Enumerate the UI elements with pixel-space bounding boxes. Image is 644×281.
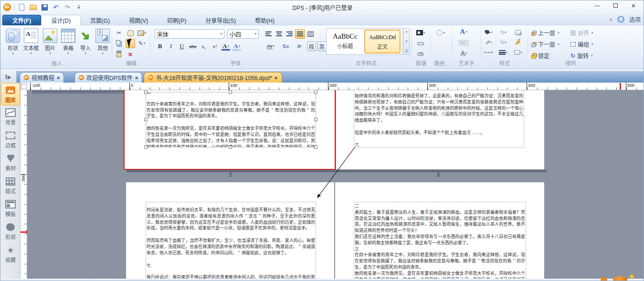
copy-style-button[interactable]: [512, 28, 524, 37]
paragraph-panel-button[interactable]: 段: [307, 42, 316, 51]
restore-button[interactable]: [606, 0, 624, 10]
path-tool-button[interactable]: ▾: [435, 28, 446, 37]
align-objects-button[interactable]: 对齐▾: [570, 28, 593, 37]
close-tab-icon[interactable]: ×: [57, 75, 60, 81]
scroll-up-icon[interactable]: ▲: [405, 30, 408, 33]
minimize-button[interactable]: —: [588, 0, 606, 10]
tab-share-export[interactable]: 分享导出(S): [196, 15, 245, 25]
insert-import-button[interactable]: 导入▾: [76, 27, 95, 59]
resize-handle-s[interactable]: [229, 146, 232, 149]
gallery-scroll[interactable]: ▲ ▼ ▼: [403, 28, 410, 55]
vertical-text-button[interactable]: [306, 29, 316, 39]
insert-picture-button[interactable]: 图片▾: [41, 27, 60, 59]
sidebar-item-favorites[interactable]: ★ 收藏: [1, 243, 20, 266]
italic-button[interactable]: I: [166, 42, 176, 51]
tab-view[interactable]: 视图(V): [119, 15, 158, 25]
pan-hand-button[interactable]: [126, 28, 135, 38]
sidebar-item-background[interactable]: 背景: [1, 106, 20, 128]
textbox-page3[interactable]: 始终微笑的和蔼的刘和珍君确是死掉了，这是真的，有她自己的尸骸为证；沉勇而友爱的杨…: [354, 90, 524, 148]
resize-handle-sw[interactable]: [144, 146, 148, 149]
wordart-style-button[interactable]: A▾: [458, 49, 469, 58]
strikethrough-button[interactable]: abe: [188, 42, 198, 51]
link-frames-button[interactable]: [415, 39, 426, 48]
frame-tool-button[interactable]: ▾: [137, 28, 147, 38]
text-wrap-button[interactable]: ▾: [415, 28, 426, 37]
insert-shape-button[interactable]: 形状▾: [3, 27, 22, 59]
document-canvas[interactable]: 三 在四十余被害的青年之中，刘和珍君是我的学生。学生云者，我向来这样想，这样说，…: [27, 90, 644, 280]
line-spacing-button[interactable]: ⇅≡: [279, 42, 292, 51]
cut-button[interactable]: ✂: [114, 28, 124, 38]
doc-tab-book-active[interactable]: DPS 书-大16开软皮平装-文档20190218-1056.dpsf* ×: [144, 72, 282, 83]
copy-button[interactable]: [114, 39, 124, 48]
font-name-combo[interactable]: 宋体▾: [155, 29, 224, 39]
font-color-button[interactable]: A▾: [221, 42, 231, 51]
tab-file[interactable]: 文件(F): [2, 15, 41, 25]
tab-page[interactable]: 页面(G): [81, 15, 119, 25]
sidebar-item-material[interactable]: 素材: [1, 152, 20, 174]
align-right-button[interactable]: [285, 29, 295, 39]
doc-tab-tutorial[interactable]: DPS 视频教程 ×: [20, 72, 64, 83]
v-spacing-button[interactable]: ⇆▾: [497, 38, 509, 47]
dash-style-button[interactable]: ▾: [483, 48, 494, 57]
style-card-subtitle[interactable]: AaBbCc 小标题: [327, 30, 363, 53]
style-card-body[interactable]: AaBbCcDd 正文: [364, 30, 401, 53]
sidebar-item-gallery[interactable]: 图库: [1, 83, 20, 105]
line-width-button[interactable]: ▾: [497, 48, 509, 57]
align-center-button[interactable]: [274, 29, 284, 39]
underline-button[interactable]: U: [177, 42, 187, 51]
scroll-down-icon[interactable]: ▼: [405, 40, 408, 43]
wordart-color-button[interactable]: A▾: [458, 27, 469, 36]
fill-color-button[interactable]: ▾: [483, 28, 494, 37]
textbox-page2-selected[interactable]: 三 在四十余被害的青年之中，刘和珍君是我的学生。学生云者，我向来这样想，这样说，…: [146, 92, 316, 147]
wordart-edit-button[interactable]: ABC: [458, 38, 469, 47]
group-objects-button[interactable]: 编组▾: [570, 40, 593, 49]
delete-button[interactable]: ×: [126, 49, 135, 59]
font-size-combo[interactable]: 小四▾: [227, 29, 259, 39]
insert-textbox-button[interactable]: 文本框▾: [21, 27, 41, 59]
tab-design[interactable]: 设计(D): [41, 15, 81, 25]
resize-handle-se[interactable]: [314, 146, 317, 149]
sidebar-expand-button[interactable]: ▶: [0, 71, 17, 83]
unlink-frames-button[interactable]: [415, 50, 426, 59]
shape-style-button[interactable]: ▾: [512, 48, 524, 57]
options-button[interactable]: 选项: [629, 15, 641, 23]
help-icon[interactable]: ?: [617, 16, 624, 23]
pen-tool-button[interactable]: ✎▾: [137, 39, 147, 48]
h-spacing-button[interactable]: ⇆▾: [497, 28, 509, 37]
tab-print[interactable]: 印刷(P): [158, 15, 196, 25]
paste-button[interactable]: [114, 49, 124, 59]
close-tab-icon[interactable]: ×: [135, 75, 138, 81]
insert-table-button[interactable]: 表格▾: [59, 27, 78, 59]
resize-handle-nw[interactable]: [144, 91, 148, 94]
subscript-button[interactable]: x₂: [199, 42, 209, 51]
gallery-more-icon[interactable]: ▼: [405, 50, 408, 53]
columns-button[interactable]: ≡▾: [293, 42, 306, 51]
sidebar-item-template[interactable]: 模板: [1, 198, 20, 220]
resize-handle-e[interactable]: [314, 118, 317, 121]
bring-forward-button[interactable]: 上一层▾: [531, 28, 560, 37]
select-tool-button[interactable]: [126, 39, 135, 48]
char-effect-button[interactable]: A▾: [232, 42, 242, 51]
close-button[interactable]: ×: [624, 0, 643, 10]
textbox-page4[interactable]: 时间永是流驶，街市依旧太平，有限的几个生命，在中国是不算什么的，至多，不过供无恶…: [146, 202, 316, 280]
collapse-ribbon-icon[interactable]: ∧: [609, 17, 612, 22]
bold-button[interactable]: B: [155, 42, 165, 51]
resize-handle-w[interactable]: [144, 118, 148, 121]
textbox-page5[interactable]: 二 真的猛士，敢于直面惨淡的人生，敢于正视淋漓的鲜血。这是怎样的哀痛者和幸福者？…: [354, 202, 526, 280]
superscript-button[interactable]: x²: [210, 42, 220, 51]
close-tab-icon[interactable]: ×: [274, 75, 277, 81]
sidebar-item-layout[interactable]: 版式: [1, 175, 20, 197]
sidebar-item-shape[interactable]: 形状: [1, 220, 20, 243]
line-color-button[interactable]: ✎▾: [483, 38, 494, 47]
tab-help[interactable]: 帮助(H): [245, 15, 284, 25]
resize-handle-n[interactable]: [229, 91, 232, 94]
send-backward-button[interactable]: 下一层▾: [531, 40, 560, 49]
justify-button[interactable]: [295, 29, 305, 39]
resize-handle-ne[interactable]: [314, 91, 317, 94]
sidebar-item-border[interactable]: 边框: [1, 129, 20, 151]
align-left-button[interactable]: [264, 29, 274, 39]
insert-other-button[interactable]: 其他▾: [93, 27, 112, 59]
format-painter-button[interactable]: [512, 38, 524, 47]
char-spacing-button[interactable]: AV▾: [264, 42, 278, 51]
doc-tab-welcome[interactable]: DPS 欢迎使用DPS软件 ×: [74, 72, 142, 83]
